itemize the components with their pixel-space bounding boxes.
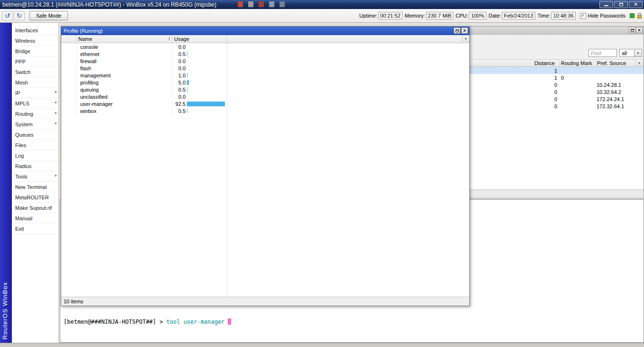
profile-row[interactable]: ethernet0.5 <box>61 50 469 57</box>
sidebar-item-queues[interactable]: Queues <box>12 130 58 140</box>
row-usage-cell: 0.0 <box>172 93 227 100</box>
profile-row[interactable]: unclassified0.0 <box>61 93 469 100</box>
sidebar-item-routing[interactable]: Routing▸ <box>12 109 58 119</box>
safe-mode-button[interactable]: Safe Mode <box>29 11 68 20</box>
restore-button[interactable] <box>614 1 628 8</box>
terminal-prompt: [betmen@###NINJA-HOTSPOT##] > <box>64 319 163 325</box>
app-titlebar: betmen@10.24.28.1 (###NINJA-HOTSPOT##) -… <box>0 0 644 9</box>
sidebar-item-files[interactable]: Files <box>12 140 58 150</box>
sidebar-item-mesh[interactable]: Mesh <box>12 77 58 88</box>
row-pref-source-cell: 10.24.28.1 <box>596 82 635 88</box>
column-selector-button[interactable]: ▼ <box>462 35 469 43</box>
restore-button[interactable] <box>629 27 635 33</box>
app-title: betmen@10.24.28.1 (###NINJA-HOTSPOT##) -… <box>0 1 216 8</box>
close-button[interactable]: ✕ <box>629 1 643 8</box>
row-flags-cell <box>61 50 76 57</box>
sidebar-item-log[interactable]: Log <box>12 150 58 161</box>
undo-button[interactable]: ↺ <box>2 11 13 20</box>
column-distance[interactable]: Distance <box>533 60 560 66</box>
row-usage-cell: 1.0 <box>172 72 227 79</box>
row-flags-cell <box>61 57 76 65</box>
sidebar-item-label: Files <box>15 142 26 148</box>
profile-row[interactable]: user-manager92.5 <box>61 100 469 107</box>
usage-value: 0.5 <box>172 51 186 57</box>
uptime-label: Uptime: <box>359 13 377 19</box>
row-name-cell: queuing <box>76 86 172 93</box>
cpu-label: CPU: <box>456 13 468 19</box>
find-input[interactable] <box>588 49 617 57</box>
usage-bar <box>187 73 187 78</box>
sidebar-item-label: Routing <box>15 111 33 117</box>
chevron-down-icon: ▼ <box>637 52 640 55</box>
column-pref-source[interactable]: Pref. Source <box>596 60 635 66</box>
close-button[interactable]: × <box>461 28 468 34</box>
maximize-icon <box>456 29 459 32</box>
profile-row[interactable]: winbox0.5 <box>61 107 469 114</box>
usage-bar <box>187 102 225 106</box>
row-usage-cell: 0.0 <box>172 57 227 65</box>
column-selector-button[interactable]: ▼ <box>635 60 644 66</box>
profile-statusbar: 10 items <box>61 297 469 306</box>
column-flags <box>61 35 76 43</box>
column-usage[interactable]: Usage <box>172 35 227 43</box>
sidebar-item-radius[interactable]: Radius <box>12 161 58 171</box>
sidebar-item-metarouter[interactable]: MetaROUTER <box>12 192 58 203</box>
close-icon: ✕ <box>634 2 638 7</box>
sidebar-item-interfaces[interactable]: Interfaces <box>12 25 58 36</box>
profile-row[interactable]: management1.0 <box>61 72 469 79</box>
sidebar-item-manual[interactable]: Manual <box>12 213 58 224</box>
redo-button[interactable]: ↻ <box>14 11 25 20</box>
row-usage-cell: 0.5 <box>172 107 227 114</box>
terminal-command: tool user-manager <box>167 319 225 325</box>
profile-row[interactable]: flash0.0 <box>61 65 469 72</box>
submenu-arrow-icon: ▸ <box>55 100 57 104</box>
filter-select[interactable]: all <box>619 49 635 57</box>
minimize-button[interactable] <box>599 1 613 8</box>
maximize-button[interactable] <box>454 28 460 34</box>
sidebar-item-tools[interactable]: Tools▸ <box>12 171 58 182</box>
find-controls: all ▼ <box>588 49 642 57</box>
column-name[interactable]: Name/ <box>76 35 172 43</box>
sidebar-item-bridge[interactable]: Bridge <box>12 46 58 56</box>
row-flags-cell <box>61 107 76 114</box>
column-routing-mark[interactable]: Routing Mark <box>560 60 596 66</box>
usage-value: 5.0 <box>172 80 186 85</box>
sort-ascending-icon: / <box>168 36 170 41</box>
row-flags-cell <box>61 43 76 50</box>
undo-icon: ↺ <box>5 12 10 19</box>
filter-dropdown-button[interactable]: ▼ <box>635 49 642 57</box>
sidebar-item-switch[interactable]: Switch <box>12 67 58 77</box>
row-name-cell: unclassified <box>76 93 172 100</box>
row-usage-cell: 0.5 <box>172 86 227 93</box>
usage-value: 0.0 <box>172 44 186 50</box>
profile-row[interactable]: profiling5.0 <box>61 79 469 86</box>
hide-passwords-label[interactable]: Hide Passwords <box>588 13 625 19</box>
sidebar-item-mpls[interactable]: MPLS▸ <box>12 98 58 109</box>
close-button[interactable]: × <box>636 27 643 33</box>
sidebar-item-system[interactable]: System▸ <box>12 119 58 130</box>
profile-row[interactable]: firewall0.0 <box>61 57 469 65</box>
row-name-cell: winbox <box>76 107 172 114</box>
lock-icon <box>637 13 642 19</box>
sidebar-item-new-terminal[interactable]: New Terminal <box>12 182 58 192</box>
sidebar-item-wireless[interactable]: Wireless <box>12 36 58 46</box>
hide-passwords-checkbox[interactable]: ✓ <box>580 13 586 19</box>
row-name-cell: user-manager <box>76 100 172 107</box>
sidebar-item-exit[interactable]: Exit <box>12 224 58 234</box>
profile-row[interactable]: console0.0 <box>61 43 469 50</box>
sidebar-item-make-supout-rif[interactable]: Make Supout.rif <box>12 203 58 213</box>
row-name-cell: flash <box>76 65 172 72</box>
submenu-arrow-icon: ▸ <box>55 111 57 115</box>
row-name-cell: console <box>76 43 172 50</box>
sidebar-item-ppp[interactable]: PPP <box>12 56 58 67</box>
sidebar-item-ip[interactable]: IP▸ <box>12 88 58 98</box>
usage-value: 0.5 <box>172 87 186 93</box>
sidebar-item-label: Make Supout.rif <box>15 205 52 211</box>
profile-window-titlebar[interactable]: Profile (Running) × <box>61 27 469 35</box>
row-pref-source-cell: 172.32.64.1 <box>596 103 635 109</box>
column-filler <box>227 35 462 43</box>
usage-value: 92.5 <box>172 101 186 107</box>
profile-row[interactable]: queuing0.5 <box>61 86 469 93</box>
sidebar-item-label: PPP <box>15 59 26 65</box>
sidebar-item-label: Tools <box>15 174 28 179</box>
